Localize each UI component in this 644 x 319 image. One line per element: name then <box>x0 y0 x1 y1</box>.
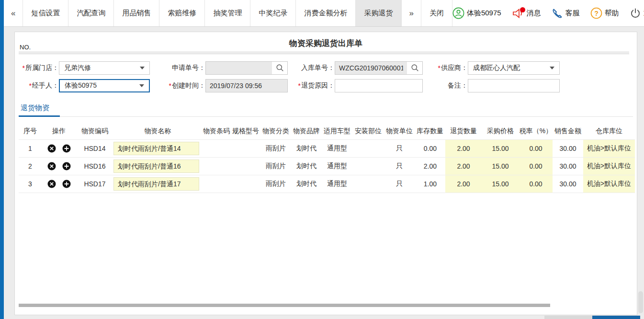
delete-row-icon[interactable] <box>47 162 56 171</box>
cell-stock-qty: 2.00 <box>415 157 445 175</box>
cell-unit: 只 <box>384 157 415 175</box>
remark-input[interactable] <box>468 79 560 92</box>
apply-no-input-group <box>205 61 288 75</box>
chevron-down-icon <box>139 84 144 87</box>
inbound-no-input[interactable] <box>335 62 407 74</box>
collapse-tabs-left-button[interactable]: « <box>4 0 23 26</box>
cell-actions <box>42 157 76 175</box>
tab-sms-settings[interactable]: 短信设置 <box>23 0 68 26</box>
bottom-button-partial-secondary[interactable] <box>544 316 592 319</box>
chevron-down-icon <box>550 67 554 69</box>
messages-button[interactable]: 消息 <box>512 8 541 19</box>
add-row-icon[interactable] <box>62 180 71 188</box>
vertical-scrollbar[interactable] <box>638 291 643 313</box>
store-select[interactable]: 兄弟汽修 <box>59 61 150 75</box>
power-icon <box>630 8 641 19</box>
tab-lottery-manage[interactable]: 抽奖管理 <box>205 0 250 26</box>
cell-seq: 3 <box>19 175 42 193</box>
apply-no-input[interactable] <box>206 62 272 74</box>
customer-service-button[interactable]: 客服 <box>552 8 580 19</box>
apply-no-field: 申请单号： <box>158 61 288 75</box>
collapse-tabs-right-button[interactable]: » <box>402 0 421 26</box>
inbound-no-input-group <box>335 61 423 75</box>
create-time-input[interactable] <box>205 79 288 92</box>
search-icon[interactable] <box>407 62 422 74</box>
cell-purchase-price[interactable]: 15.00 <box>482 175 519 193</box>
cell-stock-qty: 1.00 <box>415 175 445 193</box>
title-divider <box>19 52 629 54</box>
cell-category: 雨刮片 <box>260 139 291 157</box>
cell-item-name: 划时代雨刮片/普通17 <box>113 175 202 193</box>
col-barcode: 物资条码 <box>202 123 231 139</box>
user-name: 体验50975 <box>467 9 501 18</box>
table-header-row: 序号 操作 物资编码 物资名称 物资条码 规格型号 物资分类 物资品牌 适用车型… <box>19 123 635 139</box>
supplier-select-value: 成都匠心人汽配 <box>473 64 520 72</box>
supplier-select[interactable]: 成都匠心人汽配 <box>468 61 560 75</box>
cell-warehouse[interactable]: 机油>默认库位 <box>583 175 635 193</box>
tab-goods-sales[interactable]: 用品销售 <box>114 0 159 26</box>
item-name-input[interactable]: 划时代雨刮片/普通17 <box>113 177 199 191</box>
table-row: 3 HSD17 划时代雨刮片/普通17 <box>19 175 635 193</box>
tab-claim-repair[interactable]: 索赔维修 <box>159 0 205 26</box>
cell-seq: 1 <box>19 139 42 157</box>
table-row: 1 HSD14 划时代雨刮片/普通14 <box>19 139 635 157</box>
col-item-code: 物资编码 <box>76 123 113 139</box>
col-spec: 规格型号 <box>231 123 260 139</box>
cell-purchase-price[interactable]: 15.00 <box>482 139 519 157</box>
cell-item-code: HSD17 <box>76 175 113 193</box>
cell-install-pos <box>352 139 384 157</box>
tab-autoparts-query[interactable]: 汽配查询 <box>68 0 114 26</box>
return-items-table: 序号 操作 物资编码 物资名称 物资条码 规格型号 物资分类 物资品牌 适用车型… <box>19 123 635 193</box>
col-seq: 序号 <box>19 123 42 139</box>
item-name-input[interactable]: 划时代雨刮片/普通16 <box>113 160 199 173</box>
cell-return-qty[interactable]: 2.00 <box>445 157 482 175</box>
tab-return-goods[interactable]: 退货物资 <box>19 101 60 117</box>
help-button[interactable]: ? 帮助 <box>590 7 619 19</box>
bottom-button-partial-primary[interactable] <box>592 316 640 319</box>
horizontal-scrollbar[interactable] <box>19 304 550 307</box>
item-name-input[interactable]: 划时代雨刮片/普通14 <box>113 142 199 155</box>
messages-label: 消息 <box>527 9 541 18</box>
tab-winning-records[interactable]: 中奖纪录 <box>250 0 296 26</box>
topbar-actions: 体验50975 消息 客服 <box>452 0 644 26</box>
tab-consumption-analysis[interactable]: 消费金额分析 <box>296 0 356 26</box>
delete-row-icon[interactable] <box>47 180 56 188</box>
cell-barcode <box>202 139 231 157</box>
table-row: 2 HSD16 划时代雨刮片/普通16 <box>19 157 635 175</box>
col-car-model: 适用车型 <box>322 123 352 139</box>
user-menu[interactable]: 体验50975 <box>452 7 501 19</box>
cell-return-qty[interactable]: 2.00 <box>445 175 482 193</box>
return-order-card: NO. 物资采购退货出库单 *所属门店： 兄弟汽修 申请单号： <box>14 32 637 315</box>
customer-service-label: 客服 <box>565 9 580 18</box>
col-tax-rate: 税率（%） <box>519 123 553 139</box>
cell-warehouse[interactable]: 机油>默认库位 <box>583 139 635 157</box>
cell-car-model: 通用型 <box>322 139 352 157</box>
remark-field: 备注： <box>423 79 560 92</box>
table-body: 1 HSD14 划时代雨刮片/普通14 <box>19 139 635 193</box>
search-icon[interactable] <box>272 62 287 74</box>
cell-stock-qty: 0.00 <box>415 139 445 157</box>
cell-unit: 只 <box>384 139 415 157</box>
cell-tax-rate[interactable]: 0.00 <box>519 175 553 193</box>
cell-purchase-price[interactable]: 15.00 <box>482 157 519 175</box>
cell-barcode <box>202 175 231 193</box>
workspace: NO. 物资采购退货出库单 *所属门店： 兄弟汽修 申请单号： <box>4 27 644 319</box>
close-tab-button[interactable]: 关闭 <box>421 0 452 26</box>
handler-select[interactable]: 体验50975 <box>59 79 150 92</box>
apply-no-label: 申请单号： <box>158 64 205 72</box>
cell-car-model: 通用型 <box>322 175 352 193</box>
return-reason-input[interactable] <box>335 79 423 92</box>
col-purchase-price: 采购价格 <box>482 123 519 139</box>
cell-tax-rate[interactable]: 0.00 <box>519 139 553 157</box>
add-row-icon[interactable] <box>62 144 71 153</box>
top-tab-bar: « 短信设置 汽配查询 用品销售 索赔维修 抽奖管理 中奖纪录 消费金额分析 采… <box>4 0 644 27</box>
cell-tax-rate[interactable]: 0.00 <box>519 157 553 175</box>
cell-return-qty[interactable]: 2.00 <box>445 139 482 157</box>
cell-warehouse[interactable]: 机油>默认库位 <box>583 157 635 175</box>
col-unit: 物资单位 <box>384 123 415 139</box>
logout-button[interactable]: 退出 <box>630 8 644 19</box>
cell-actions <box>42 175 76 193</box>
delete-row-icon[interactable] <box>47 144 56 153</box>
tab-purchase-return[interactable]: 采购退货 <box>356 0 401 26</box>
add-row-icon[interactable] <box>62 162 71 171</box>
